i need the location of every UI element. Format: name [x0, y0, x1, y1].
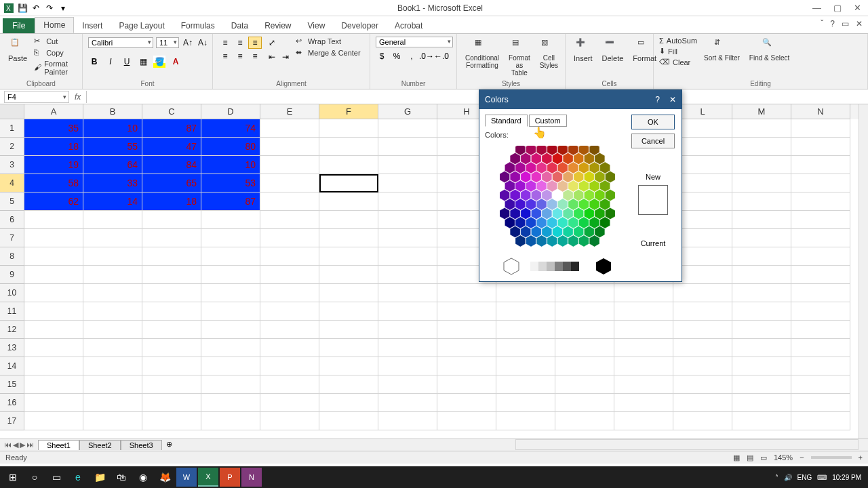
cell-J10[interactable]: [555, 284, 614, 302]
white-hex-large[interactable]: [502, 257, 521, 276]
cell-N8[interactable]: [791, 247, 850, 266]
delete-cells-button[interactable]: ➖Delete: [599, 37, 627, 64]
cell-F2[interactable]: [319, 138, 378, 156]
row-header-12[interactable]: 12: [0, 321, 24, 339]
tab-formulas[interactable]: Formulas: [173, 18, 223, 33]
cell-M3[interactable]: [732, 156, 791, 174]
color-swatch[interactable]: [510, 153, 520, 165]
sheet-tab-1[interactable]: Sheet1: [38, 440, 79, 450]
color-swatch[interactable]: [579, 217, 589, 228]
color-swatch[interactable]: [574, 171, 584, 183]
col-header-B[interactable]: B: [83, 104, 142, 119]
cell-G6[interactable]: [378, 211, 437, 229]
cell-D10[interactable]: [201, 284, 260, 302]
color-swatch[interactable]: [521, 171, 531, 183]
sheet-tab-3[interactable]: Sheet3: [121, 440, 162, 450]
row-header-14[interactable]: 14: [0, 357, 24, 375]
tab-page-layout[interactable]: Page Layout: [111, 18, 172, 33]
color-swatch[interactable]: [574, 190, 584, 201]
underline-button[interactable]: U: [121, 56, 133, 68]
border-button[interactable]: ▦: [137, 56, 149, 68]
zoom-slider[interactable]: [811, 456, 852, 459]
cell-G16[interactable]: [378, 394, 437, 412]
color-swatch[interactable]: [600, 162, 610, 174]
color-swatch[interactable]: [595, 153, 605, 165]
cell-C10[interactable]: [142, 284, 201, 302]
cell-G10[interactable]: [378, 284, 437, 302]
cell-K14[interactable]: [614, 357, 673, 375]
color-swatch[interactable]: [584, 190, 594, 201]
color-swatch[interactable]: [563, 153, 573, 165]
cell-styles-button[interactable]: ▧Cell Styles: [537, 37, 561, 70]
cell-N11[interactable]: [791, 302, 850, 321]
font-color-button[interactable]: A: [170, 56, 182, 68]
cell-D9[interactable]: [201, 266, 260, 284]
color-swatch[interactable]: [553, 190, 563, 201]
tab-view[interactable]: View: [300, 18, 334, 33]
minimize-button[interactable]: —: [812, 3, 821, 13]
row-header-4[interactable]: 4: [0, 174, 24, 192]
cell-G9[interactable]: [378, 266, 437, 284]
formula-input[interactable]: [86, 91, 868, 103]
color-swatch[interactable]: [505, 180, 515, 192]
grow-font-icon[interactable]: A↑: [182, 37, 194, 49]
color-swatch[interactable]: [526, 235, 536, 247]
cell-E7[interactable]: [260, 229, 319, 247]
cell-F11[interactable]: [319, 302, 378, 321]
cell-F16[interactable]: [319, 394, 378, 412]
color-swatch[interactable]: [531, 208, 541, 220]
cell-L2[interactable]: [673, 138, 732, 156]
format-as-table-button[interactable]: ▤Format as Table: [506, 37, 533, 78]
cell-B15[interactable]: [83, 375, 142, 394]
cell-M10[interactable]: [732, 284, 791, 302]
row-header-8[interactable]: 8: [0, 247, 24, 266]
cell-M12[interactable]: [732, 321, 791, 339]
cell-H17[interactable]: [437, 412, 496, 430]
color-swatch[interactable]: [526, 199, 536, 210]
fill-button[interactable]: ⬇Fill: [659, 47, 697, 56]
sort-filter-button[interactable]: ⇵Sort & Filter: [701, 37, 743, 63]
color-swatch[interactable]: [579, 162, 589, 174]
autosum-button[interactable]: ΣAutoSum: [659, 37, 697, 45]
tab-insert[interactable]: Insert: [74, 18, 111, 33]
cell-E9[interactable]: [260, 266, 319, 284]
maximize-button[interactable]: ▢: [833, 3, 842, 13]
undo-icon[interactable]: ↶: [31, 3, 41, 13]
new-sheet-button[interactable]: ⊕: [162, 440, 176, 450]
row-header-11[interactable]: 11: [0, 302, 24, 321]
cell-L11[interactable]: [673, 302, 732, 321]
paste-button[interactable]: 📋 Paste: [5, 37, 30, 64]
cell-A11[interactable]: [24, 302, 83, 321]
color-swatch[interactable]: [521, 208, 531, 220]
cell-D11[interactable]: [201, 302, 260, 321]
cell-M17[interactable]: [732, 412, 791, 430]
italic-button[interactable]: I: [104, 56, 117, 68]
cell-M1[interactable]: [732, 119, 791, 138]
align-bottom-left[interactable]: ≡: [218, 50, 232, 62]
color-swatch[interactable]: [547, 235, 557, 247]
cell-D2[interactable]: 80: [201, 138, 260, 156]
color-swatch[interactable]: [526, 180, 536, 192]
cell-B8[interactable]: [83, 247, 142, 266]
cell-N7[interactable]: [791, 229, 850, 247]
save-icon[interactable]: 💾: [18, 3, 27, 13]
cell-F7[interactable]: [319, 229, 378, 247]
color-swatch[interactable]: [584, 226, 594, 238]
color-swatch[interactable]: [505, 217, 515, 228]
find-select-button[interactable]: 🔍Find & Select: [747, 37, 792, 63]
cell-K17[interactable]: [614, 412, 673, 430]
cell-N13[interactable]: [791, 339, 850, 357]
color-swatch[interactable]: [600, 199, 610, 210]
cell-A17[interactable]: [24, 412, 83, 430]
bold-button[interactable]: B: [88, 56, 100, 68]
color-swatch[interactable]: [579, 180, 589, 192]
cell-M6[interactable]: [732, 211, 791, 229]
keyboard-icon[interactable]: ⌨: [817, 474, 827, 481]
file-tab[interactable]: File: [3, 18, 35, 33]
cell-I10[interactable]: [496, 284, 555, 302]
color-swatch[interactable]: [568, 162, 578, 174]
sheet-nav-next-icon[interactable]: ▶: [20, 441, 25, 449]
cell-I17[interactable]: [496, 412, 555, 430]
color-swatch[interactable]: [515, 180, 526, 192]
color-swatch[interactable]: [536, 199, 547, 210]
